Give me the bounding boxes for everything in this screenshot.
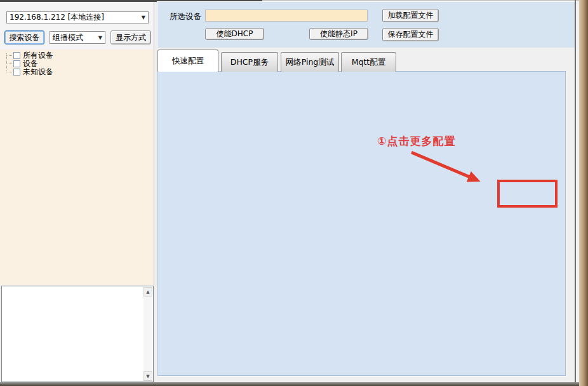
chevron-down-icon[interactable]: ▼ [96, 35, 105, 41]
tab-network-ping-test[interactable]: 网络Ping测试 [281, 52, 339, 72]
tab-quick-config[interactable]: 快速配置 [157, 50, 218, 72]
tree-connector-line [6, 63, 12, 64]
multicast-mode-value: 组播模式 [53, 32, 83, 43]
log-listbox[interactable]: ▲ ▼ [1, 286, 154, 382]
selected-device-label: 所选设备 [170, 11, 201, 22]
selected-device-panel [157, 1, 575, 48]
device-tree: 所有设备 设备 未知设备 [0, 50, 154, 285]
tree-checkbox[interactable] [13, 52, 20, 59]
quick-config-page [157, 71, 566, 376]
tree-item-label[interactable]: 未知设备 [23, 68, 53, 76]
window-frame-strip [579, 0, 588, 386]
annotation-highlight-rect [497, 180, 558, 208]
annotation-step-text: ①点击更多配置 [377, 134, 455, 149]
tree-item-unknown-devices[interactable]: 未知设备 [0, 68, 154, 76]
display-mode-button[interactable]: 显示方式 [110, 30, 151, 44]
local-connection-select[interactable]: 192.168.1.212 [本地连接] ▼ [6, 11, 149, 23]
app-window: 192.168.1.212 [本地连接] ▼ 搜索设备 组播模式 ▼ 显示方式 … [0, 0, 588, 386]
tab-dhcp-service[interactable]: DHCP服务 [221, 52, 278, 72]
save-config-button[interactable]: 保存配置文件 [382, 28, 439, 41]
tree-connector-line [6, 55, 12, 56]
tree-connector-line [6, 72, 12, 72]
window-bottom-border [0, 382, 579, 386]
multicast-mode-select[interactable]: 组播模式 ▼ [50, 31, 105, 44]
vertical-scrollbar[interactable]: ▲ ▼ [144, 287, 152, 381]
scroll-down-icon[interactable]: ▼ [144, 371, 152, 381]
window-right-border [575, 0, 576, 382]
selected-device-input[interactable] [205, 10, 368, 22]
load-config-button[interactable]: 加载配置文件 [382, 9, 439, 22]
chevron-down-icon[interactable]: ▼ [139, 15, 148, 20]
device-search-panel: 192.168.1.212 [本地连接] ▼ 搜索设备 组播模式 ▼ 显示方式 [0, 2, 154, 50]
tree-checkbox[interactable] [13, 60, 20, 67]
enable-dhcp-button[interactable]: 使能DHCP [205, 28, 264, 40]
local-connection-value: 192.168.1.212 [本地连接] [10, 12, 104, 23]
enable-static-ip-button[interactable]: 使能静态IP [309, 28, 368, 40]
scroll-up-icon[interactable]: ▲ [144, 287, 152, 296]
search-devices-button[interactable]: 搜索设备 [4, 30, 44, 44]
tab-mqtt-config[interactable]: Mqtt配置 [341, 52, 396, 72]
tree-checkbox[interactable] [13, 69, 20, 76]
